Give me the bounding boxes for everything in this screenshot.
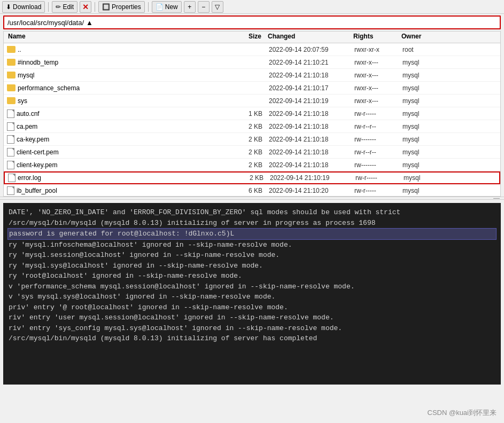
terminal-line: ry 'mysql.infoschema@localhost' ignored … xyxy=(9,240,495,250)
file-owner-cell: mysql xyxy=(400,148,443,156)
file-changed-cell: 2022-09-14 21:10:18 xyxy=(267,148,352,156)
file-name-text: ib_buffer_pool xyxy=(17,187,57,194)
file-name-cell: #innodb_temp xyxy=(5,59,235,66)
file-name-text: ca.pem xyxy=(17,123,37,130)
toolbar-separator-2 xyxy=(95,2,95,12)
terminal-line: riv' entry 'user mysql.session@localhost… xyxy=(9,312,495,323)
file-changed-cell: 2022-09-14 20:07:59 xyxy=(267,46,352,53)
file-changed-cell: 2022-09-14 21:10:20 xyxy=(267,187,352,194)
file-name-text: .. xyxy=(18,46,21,53)
file-owner-cell: mysql xyxy=(400,187,443,194)
table-row[interactable]: ib_buffer_pool 6 KB 2022-09-14 21:10:20 … xyxy=(4,184,500,197)
column-size-header: Size xyxy=(234,33,266,42)
table-row[interactable]: client-cert.pem 2 KB 2022-09-14 21:10:18… xyxy=(4,146,500,159)
file-name-cell: mysql xyxy=(5,72,235,79)
file-changed-cell: 2022-09-14 21:10:19 xyxy=(268,174,353,182)
file-owner-cell: mysql xyxy=(400,110,443,118)
path-bar: /usr/local/src/mysql/data/ ▲ xyxy=(3,15,501,29)
folder-icon xyxy=(7,72,15,79)
file-icon xyxy=(7,135,14,144)
table-row[interactable]: performance_schema 2022-09-14 21:10:17 r… xyxy=(4,82,500,95)
new-button[interactable]: 📄 New xyxy=(152,1,182,13)
table-row[interactable]: #innodb_temp 2022-09-14 21:10:21 rwxr-x-… xyxy=(4,56,500,69)
folder-icon xyxy=(7,97,15,104)
table-row[interactable]: ca.pem 2 KB 2022-09-14 21:10:18 rw-r--r-… xyxy=(4,120,500,133)
new-icon: 📄 xyxy=(156,3,164,11)
file-changed-cell: 2022-09-14 21:10:18 xyxy=(267,161,352,169)
file-name-text: error.log xyxy=(18,174,41,182)
panel-divider: — xyxy=(0,197,504,200)
file-name-text: performance_schema xyxy=(18,84,80,92)
table-row[interactable]: mysql 2022-09-14 21:10:18 rwxr-x--- mysq… xyxy=(4,69,500,82)
download-button[interactable]: ⬇ Download xyxy=(2,1,45,13)
file-size-cell: 2 KB xyxy=(235,161,267,169)
file-changed-cell: 2022-09-14 21:10:18 xyxy=(267,110,352,118)
file-icon xyxy=(7,161,14,169)
file-changed-cell: 2022-09-14 21:10:18 xyxy=(267,123,352,130)
file-rights-cell: rw-r--r-- xyxy=(352,148,400,156)
file-size-cell: 2 KB xyxy=(236,174,268,182)
sort-button[interactable]: ▽ xyxy=(212,1,223,13)
edit-icon: ✏ xyxy=(56,3,61,11)
file-owner-cell: mysql xyxy=(400,161,443,169)
file-size-cell: 2 KB xyxy=(235,136,267,143)
terminal-line: ry 'mysql.session@localhost' ignored in … xyxy=(9,250,495,261)
file-icon xyxy=(7,148,14,156)
file-owner-cell: root xyxy=(400,46,443,53)
file-name-cell: auto.cnf xyxy=(5,109,235,118)
file-rights-cell: rwxr-x--- xyxy=(352,97,400,105)
watermark: CSDN @kuai到怀里来 xyxy=(428,408,497,418)
file-name-cell: .. xyxy=(5,46,235,53)
terminal-line: /src/mysql/bin/mysqld (mysqld 8.0.13) in… xyxy=(9,218,495,229)
add-button[interactable]: + xyxy=(184,1,196,13)
file-rights-cell: rw-r----- xyxy=(352,110,400,118)
file-name-text: ca-key.pem xyxy=(17,136,49,143)
file-name-cell: ca-key.pem xyxy=(5,135,235,144)
table-row[interactable]: sys 2022-09-14 21:10:19 rwxr-x--- mysql xyxy=(4,95,500,107)
terminal-line: v 'sys mysql.sys@localhost' ignored in -… xyxy=(9,292,495,302)
column-owner-header: Owner xyxy=(399,33,442,42)
file-icon xyxy=(8,174,15,182)
file-panel: Name Size Changed Rights Owner .. 2022-0… xyxy=(3,31,501,197)
table-row[interactable]: .. 2022-09-14 20:07:59 rwxr-xr-x root xyxy=(4,43,500,56)
column-headers: Name Size Changed Rights Owner xyxy=(4,32,500,43)
table-row[interactable]: ca-key.pem 2 KB 2022-09-14 21:10:18 rw--… xyxy=(4,133,500,146)
terminal-panel: DATE', 'NO_ZERO_IN_DATE' and 'ERROR_FOR_… xyxy=(3,203,501,385)
file-name-cell: ib_buffer_pool xyxy=(5,186,235,195)
file-name-text: sys xyxy=(18,97,27,105)
file-owner-cell: mysql xyxy=(400,97,443,105)
file-rights-cell: rwxr-xr-x xyxy=(352,46,400,53)
file-name-cell: sys xyxy=(5,97,235,105)
terminal-line: priv' entry '@ root@localhost' ignored i… xyxy=(9,302,495,313)
table-row[interactable]: auto.cnf 1 KB 2022-09-14 21:10:18 rw-r--… xyxy=(4,107,500,120)
file-rights-cell: rw-r----- xyxy=(353,174,401,182)
properties-icon: 🔲 xyxy=(102,3,110,11)
file-owner-cell: mysql xyxy=(400,123,443,130)
minus-button[interactable]: − xyxy=(198,1,210,13)
edit-button[interactable]: ✏ Edit xyxy=(52,1,77,13)
terminal-line: DATE', 'NO_ZERO_IN_DATE' and 'ERROR_FOR_… xyxy=(9,207,495,218)
toolbar-separator-3 xyxy=(148,2,149,12)
file-rights-cell: rw-r--r-- xyxy=(352,123,400,130)
file-name-text: auto.cnf xyxy=(17,110,40,118)
terminal-line: ry 'root@localhost' ignored in --skip-na… xyxy=(9,271,495,281)
column-rights-header: Rights xyxy=(351,33,399,42)
file-name-text: client-key.pem xyxy=(17,161,57,169)
table-row[interactable]: error.log 2 KB 2022-09-14 21:10:19 rw-r-… xyxy=(4,171,500,184)
properties-button[interactable]: 🔲 Properties xyxy=(98,1,145,13)
file-owner-cell: mysql xyxy=(401,174,444,182)
file-name-cell: ca.pem xyxy=(5,122,235,131)
file-name-cell: error.log xyxy=(6,174,236,182)
file-list: .. 2022-09-14 20:07:59 rwxr-xr-x root #i… xyxy=(4,43,500,197)
file-changed-cell: 2022-09-14 21:10:21 xyxy=(267,59,352,66)
file-rights-cell: rw------- xyxy=(352,136,400,143)
table-row[interactable]: client-key.pem 2 KB 2022-09-14 21:10:18 … xyxy=(4,159,500,171)
file-icon xyxy=(7,122,14,131)
file-size-cell: 2 KB xyxy=(235,148,267,156)
terminal-line: riv' entry 'sys_config mysql.sys@localho… xyxy=(9,323,495,334)
close-button[interactable]: ✕ xyxy=(80,1,91,13)
terminal-line: password is generated for root@localhost… xyxy=(7,228,497,240)
file-owner-cell: mysql xyxy=(400,72,443,79)
file-rights-cell: rwxr-x--- xyxy=(352,72,400,79)
file-size-cell: 1 KB xyxy=(235,110,267,118)
